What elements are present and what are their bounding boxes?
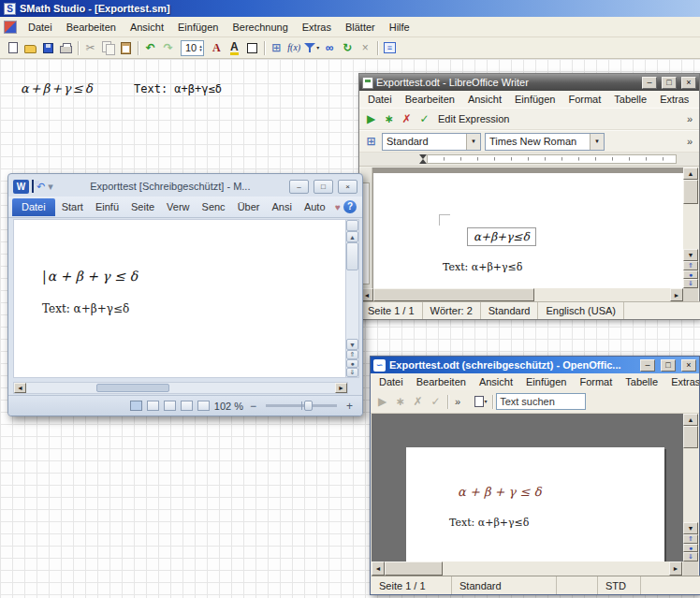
- view-print-layout-button[interactable]: [130, 401, 142, 411]
- redo-button[interactable]: ↷: [159, 39, 177, 56]
- scrollbar-track[interactable]: [443, 562, 669, 576]
- menu-item-ansicht[interactable]: Ansicht: [461, 93, 508, 106]
- zoom-in-button[interactable]: +: [344, 400, 355, 413]
- evaluate-button[interactable]: ▶: [373, 393, 391, 410]
- menu-item-extras[interactable]: Extras: [664, 375, 699, 388]
- menu-item-extras[interactable]: Extras: [653, 93, 695, 106]
- filter-button[interactable]: ▾: [303, 39, 321, 56]
- scroll-up-button[interactable]: ▲: [683, 414, 698, 426]
- scrollbar-track[interactable]: [346, 270, 358, 339]
- scroll-left-button[interactable]: ◄: [14, 383, 26, 393]
- menu-item-berechnung[interactable]: Berechnung: [226, 21, 294, 34]
- document-page[interactable]: α + β + γ ≤ δ Text: α+β+γ≤δ: [406, 447, 664, 562]
- status-insert-mode[interactable]: STD: [598, 576, 641, 594]
- find-text-input[interactable]: [496, 393, 586, 410]
- font-name-combo[interactable]: Times New Roman ▼: [485, 133, 605, 151]
- menu-item-einfuegen[interactable]: Einfügen: [508, 93, 561, 106]
- new-document-button[interactable]: [4, 39, 22, 56]
- document-formula[interactable]: α + β + γ ≤ δ: [458, 485, 541, 499]
- scrollbar-thumb[interactable]: [346, 242, 358, 270]
- document-text[interactable]: Text: α+β+γ≤δ: [42, 302, 129, 315]
- view-outline-button[interactable]: [181, 401, 193, 411]
- accept-button[interactable]: ✓: [416, 110, 433, 127]
- combo-arrow-icon[interactable]: ▼: [466, 134, 480, 150]
- paste-button[interactable]: [117, 39, 135, 56]
- tab-ueberpruefen[interactable]: Über: [232, 198, 266, 216]
- menu-item-datei[interactable]: Datei: [361, 93, 399, 106]
- vertical-scrollbar[interactable]: ▲ ▼ ⇑ ● ⇓: [683, 168, 698, 288]
- scrollbar-track[interactable]: [683, 204, 698, 249]
- menu-item-hilfe[interactable]: Hilfe: [383, 21, 416, 34]
- zoom-slider-thumb[interactable]: [304, 401, 313, 411]
- menu-item-bearbeiten[interactable]: Bearbeiten: [410, 375, 473, 388]
- horizontal-ruler[interactable]: [359, 153, 699, 167]
- indent-marker-bottom[interactable]: [419, 155, 427, 164]
- minimize-button[interactable]: –: [642, 77, 657, 89]
- maximize-button[interactable]: □: [662, 77, 677, 89]
- help-button[interactable]: ?: [343, 200, 357, 213]
- vertical-scrollbar[interactable]: ▲ ▼ ⇑ ● ⇓: [683, 414, 698, 562]
- new-document-dropdown[interactable]: ▾: [472, 393, 489, 410]
- scroll-left-button[interactable]: ◄: [372, 562, 385, 576]
- view-fullscreen-reading-button[interactable]: [147, 401, 159, 411]
- remove-button[interactable]: ✗: [398, 110, 416, 127]
- status-language[interactable]: Englisch (USA): [538, 302, 624, 319]
- libreoffice-titlebar[interactable]: Exporttest.odt - LibreOffice Writer – □ …: [359, 74, 699, 91]
- view-ruler-button[interactable]: [346, 220, 358, 231]
- quick-access-dropdown[interactable]: ▾: [48, 181, 53, 193]
- maximize-button[interactable]: □: [661, 359, 676, 372]
- tab-sendungen[interactable]: Senc: [197, 198, 231, 216]
- word-document-page[interactable]: |α + β + γ ≤ δ Text: α+β+γ≤δ: [13, 219, 348, 378]
- document-page[interactable]: α+β+γ≤δ Text: α+β+γ≤δ: [373, 173, 683, 288]
- libreoffice-document-area[interactable]: α+β+γ≤δ Text: α+β+γ≤δ ▲ ▼ ⇑ ● ⇓: [360, 168, 698, 288]
- minimize-button[interactable]: –: [289, 180, 309, 194]
- tab-ansicht[interactable]: Ansi: [266, 198, 297, 216]
- tab-start[interactable]: Start: [56, 198, 89, 216]
- scrollbar-thumb[interactable]: [683, 180, 698, 204]
- document-text[interactable]: Text: α+β+γ≤δ: [449, 517, 529, 529]
- close-button[interactable]: ×: [681, 77, 696, 89]
- navigation-button[interactable]: ●: [683, 544, 698, 552]
- horizontal-scrollbar[interactable]: ◄ ►: [13, 382, 348, 394]
- openoffice-titlebar[interactable]: ∽ Exporttest.odt (schreibgeschützt) - Op…: [371, 357, 699, 373]
- document-formula[interactable]: |α + β + γ ≤ δ: [42, 269, 138, 284]
- status-page-style[interactable]: Standard: [481, 302, 539, 319]
- view-draft-button[interactable]: [197, 401, 210, 411]
- open-button[interactable]: [22, 39, 39, 56]
- zoom-level[interactable]: 102 %: [214, 401, 243, 412]
- font-color-button[interactable]: A: [226, 39, 243, 56]
- menu-item-format[interactable]: Format: [561, 93, 607, 106]
- scrollbar-thumb[interactable]: [683, 426, 698, 448]
- close-button[interactable]: ×: [681, 359, 696, 372]
- scrollbar-thumb[interactable]: [385, 562, 443, 576]
- scrollbar-track[interactable]: [683, 448, 698, 522]
- stop-button[interactable]: ×: [357, 39, 374, 56]
- insert-expression-button[interactable]: ∗: [380, 110, 398, 127]
- copy-button[interactable]: [99, 39, 117, 56]
- toolbar-overflow-button[interactable]: »: [683, 136, 696, 147]
- smath-titlebar[interactable]: S SMath Studio - [Exporttest.sm]: [0, 0, 700, 17]
- smath-text-region[interactable]: Text: α+β+γ≤δ: [134, 82, 222, 95]
- status-word-count[interactable]: Wörter: 2: [423, 302, 481, 319]
- tab-einfuegen[interactable]: Einfü: [90, 198, 124, 216]
- menu-item-clipped[interactable]: Xr: [695, 93, 699, 106]
- save-button[interactable]: [39, 39, 57, 56]
- menu-item-ansicht[interactable]: Ansicht: [473, 375, 519, 388]
- next-page-button[interactable]: ⇓: [346, 368, 358, 377]
- scroll-up-button[interactable]: ▲: [683, 168, 698, 180]
- edit-expression-label[interactable]: Edit Expression: [433, 113, 514, 124]
- show-panel-button[interactable]: ≡: [381, 39, 399, 56]
- scroll-right-button[interactable]: ►: [335, 383, 347, 393]
- tab-verweise[interactable]: Verw: [161, 198, 195, 216]
- menu-item-tabelle[interactable]: Tabelle: [607, 93, 653, 106]
- heart-icon[interactable]: ♥: [335, 202, 341, 212]
- minimize-button[interactable]: –: [640, 359, 655, 372]
- menu-item-bearbeiten[interactable]: Bearbeiten: [399, 93, 461, 106]
- combo-arrow-icon[interactable]: ▼: [590, 134, 604, 150]
- scroll-up-button[interactable]: ▲: [346, 231, 358, 242]
- menu-item-datei[interactable]: Datei: [372, 375, 410, 388]
- quick-save-button[interactable]: [32, 181, 34, 192]
- view-web-layout-button[interactable]: [164, 401, 176, 411]
- accept-button[interactable]: ✓: [427, 393, 445, 410]
- menu-item-extras[interactable]: Extras: [296, 21, 338, 34]
